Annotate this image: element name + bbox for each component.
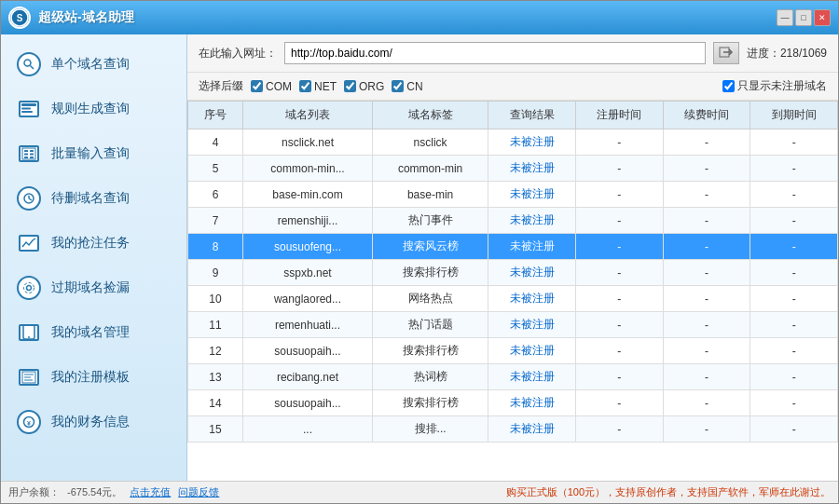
cell-result[interactable]: 未被注册 — [488, 129, 576, 156]
sidebar-label: 批量输入查询 — [51, 145, 130, 162]
sidebar-item-batch-query[interactable]: 批量输入查询 — [1, 131, 186, 176]
close-button[interactable]: ✕ — [814, 9, 831, 26]
table-row[interactable]: 10 wanglaored... 网络热点 未被注册 - - - — [188, 286, 838, 312]
main-window: S 超级站-域名助理 — □ ✕ — [0, 0, 839, 504]
charge-link[interactable]: 点击充值 — [130, 485, 171, 499]
cell-result[interactable]: 未被注册 — [488, 260, 576, 286]
minimize-button[interactable]: — — [777, 9, 793, 26]
cell-result[interactable]: 未被注册 — [488, 182, 576, 208]
cell-domain: common-min... — [243, 156, 373, 182]
col-domain: 域名列表 — [243, 102, 373, 129]
table-container[interactable]: 序号 域名列表 域名标签 查询结果 注册时间 续费时间 到期时间 4 nscli… — [187, 101, 838, 481]
cell-tag: nsclick — [372, 129, 488, 156]
cell-domain: remenhuati... — [243, 312, 373, 338]
cell-domain: sousuopaih... — [243, 390, 373, 416]
table-row[interactable]: 12 sousuopaih... 搜索排行榜 未被注册 - - - — [188, 338, 838, 364]
cell-renew-time: - — [663, 312, 750, 338]
cell-tag: common-min — [372, 156, 488, 182]
sidebar-item-finance-info[interactable]: ¥ 我的财务信息 — [1, 400, 186, 444]
window-controls: — □ ✕ — [777, 9, 831, 26]
table-row[interactable]: 5 common-min... common-min 未被注册 - - - — [188, 156, 838, 182]
sidebar-item-single-query[interactable]: 单个域名查询 — [1, 42, 186, 87]
svg-rect-4 — [21, 103, 36, 106]
table-row[interactable]: 11 remenhuati... 热门话题 未被注册 - - - — [188, 312, 838, 338]
cell-renew-time: - — [663, 129, 750, 156]
go-button[interactable] — [713, 42, 739, 64]
cell-domain: sspxb.net — [243, 260, 373, 286]
table-row[interactable]: 13 recibang.net 热词榜 未被注册 - - - — [188, 364, 838, 390]
sidebar-item-domain-manage[interactable]: 我的域名管理 — [1, 310, 186, 355]
sidebar-item-expired-scan[interactable]: 过期域名捡漏 — [1, 266, 186, 310]
filter-cn[interactable]: CN — [392, 80, 422, 93]
svg-point-20 — [28, 336, 30, 338]
cell-domain: wanglaored... — [243, 286, 373, 312]
cell-tag: 网络热点 — [372, 286, 488, 312]
cell-tag: 搜索排行榜 — [372, 390, 488, 416]
table-row[interactable]: 14 sousuopaih... 搜索排行榜 未被注册 - - - — [188, 390, 838, 416]
cell-expire-time: - — [750, 338, 838, 364]
table-row[interactable]: 6 base-min.com base-min 未被注册 - - - — [188, 182, 838, 208]
col-num: 序号 — [188, 102, 243, 129]
cell-num: 14 — [188, 390, 243, 416]
filter-com[interactable]: COM — [251, 80, 292, 93]
show-unregistered-checkbox[interactable] — [722, 80, 735, 92]
cell-result[interactable]: 未被注册 — [488, 390, 576, 416]
cell-reg-time: - — [575, 208, 663, 234]
table-row[interactable]: 15 ... 搜排... 未被注册 - - - — [188, 416, 838, 443]
net-checkbox[interactable] — [299, 80, 311, 92]
cell-reg-time: - — [575, 416, 663, 443]
cell-reg-time: - — [575, 260, 663, 286]
sidebar-item-pending-delete[interactable]: 待删域名查询 — [1, 176, 186, 221]
org-checkbox[interactable] — [344, 80, 356, 92]
cell-result[interactable]: 未被注册 — [488, 338, 576, 364]
svg-rect-11 — [30, 154, 34, 156]
table-row[interactable]: 9 sspxb.net 搜索排行榜 未被注册 - - - — [188, 260, 838, 286]
cell-renew-time: - — [663, 390, 750, 416]
svg-rect-9 — [30, 150, 34, 152]
cell-domain: ... — [243, 416, 373, 443]
maximize-button[interactable]: □ — [795, 9, 812, 26]
table-row[interactable]: 4 nsclick.net nsclick 未被注册 - - - — [188, 129, 838, 156]
cell-expire-time: - — [750, 390, 838, 416]
cell-result[interactable]: 未被注册 — [488, 364, 576, 390]
cn-checkbox[interactable] — [392, 80, 404, 92]
table-row[interactable]: 8 sousuofeng... 搜索风云榜 未被注册 - - - — [188, 234, 838, 260]
search-circle-icon — [16, 51, 42, 77]
sidebar-label: 过期域名捡漏 — [51, 279, 130, 296]
svg-point-17 — [27, 286, 32, 291]
svg-rect-8 — [24, 150, 28, 152]
sidebar-item-grab-task[interactable]: 我的抢注任务 — [1, 221, 186, 266]
cell-expire-time: - — [750, 156, 838, 182]
buy-text[interactable]: 购买正式版（100元），支持原创作者，支持国产软件，军师在此谢过。 — [506, 485, 831, 499]
cell-tag: 搜排... — [372, 416, 488, 443]
sidebar-item-register-template[interactable]: 我的注册模板 — [1, 355, 186, 400]
sidebar-label: 我的注册模板 — [51, 369, 130, 386]
status-bar: 用户余额： -675.54元。 点击充值 问题反馈 购买正式版（100元），支持… — [1, 481, 838, 503]
cell-result[interactable]: 未被注册 — [488, 234, 576, 260]
cell-result[interactable]: 未被注册 — [488, 416, 576, 443]
cell-expire-time: - — [750, 129, 838, 156]
com-checkbox[interactable] — [251, 80, 263, 92]
sidebar: 单个域名查询 规则生成查询 — [1, 34, 187, 481]
cell-domain: recibang.net — [243, 364, 373, 390]
url-label: 在此输入网址： — [199, 46, 277, 61]
cell-num: 5 — [188, 156, 243, 182]
feedback-link[interactable]: 问题反馈 — [178, 485, 219, 499]
cell-reg-time: - — [575, 286, 663, 312]
sidebar-item-rule-query[interactable]: 规则生成查询 — [1, 87, 186, 131]
cell-tag: 热门话题 — [372, 312, 488, 338]
url-input[interactable] — [284, 42, 706, 64]
cell-result[interactable]: 未被注册 — [488, 208, 576, 234]
tablet-rect-icon — [16, 320, 42, 346]
cell-result[interactable]: 未被注册 — [488, 286, 576, 312]
cell-renew-time: - — [663, 208, 750, 234]
filter-net[interactable]: NET — [299, 80, 337, 93]
cell-result[interactable]: 未被注册 — [488, 312, 576, 338]
filter-org[interactable]: ORG — [344, 80, 384, 93]
table-row[interactable]: 7 remenshiji... 热门事件 未被注册 - - - — [188, 208, 838, 234]
cell-tag: 热门事件 — [372, 208, 488, 234]
col-expire-time: 到期时间 — [750, 102, 838, 129]
cell-result[interactable]: 未被注册 — [488, 156, 576, 182]
svg-line-3 — [31, 66, 34, 70]
show-unregistered-filter[interactable]: 只显示未注册域名 — [722, 78, 827, 94]
